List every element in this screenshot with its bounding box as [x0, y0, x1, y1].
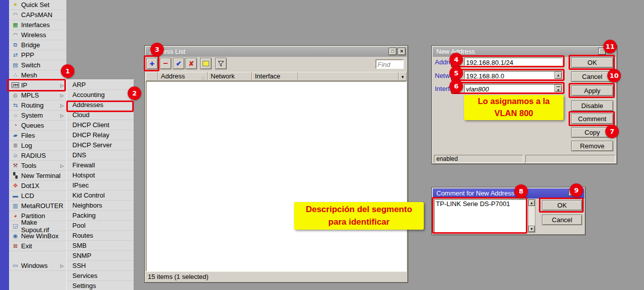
submenu-item-hotspot[interactable]: Hotspot: [67, 170, 134, 180]
submenu-arrow-icon: ▷: [60, 263, 65, 268]
submenu-item-firewall[interactable]: Firewall: [67, 160, 134, 170]
remove-button[interactable]: Remove: [571, 141, 613, 151]
winbox-icon: ◉: [12, 232, 19, 240]
sidebar-item-metarouter[interactable]: ▥MetaROUTER: [9, 201, 66, 211]
scroll-up-icon[interactable]: ▲: [528, 200, 535, 206]
submenu-item-dhcp-relay[interactable]: DHCP Relay: [67, 130, 134, 140]
submenu-item-dhcp-server[interactable]: DHCP Server: [67, 140, 134, 150]
filter-button[interactable]: [215, 58, 227, 69]
address-list-titlebar[interactable]: Address List: [146, 47, 407, 57]
submenu-item-routes[interactable]: Routes: [67, 231, 134, 241]
sidebar-item-routing[interactable]: ⇆Routing▷: [9, 101, 66, 111]
comment-button[interactable]: Comment: [571, 114, 613, 124]
sidebar-item-queues[interactable]: ◔Queues: [9, 121, 66, 131]
sidebar-item-label: LCD: [21, 192, 34, 200]
sidebar-item-bridge[interactable]: ⧉Bridge: [9, 40, 66, 50]
network-input[interactable]: [465, 72, 554, 80]
submenu-item-dns[interactable]: DNS: [67, 150, 134, 160]
comment-titlebar[interactable]: Comment for New Address: [433, 188, 584, 199]
sidebar-item-make-supout-rif[interactable]: ◲Make Supout.rif: [9, 221, 66, 231]
find-input[interactable]: [376, 60, 403, 69]
comment-tool-button[interactable]: [200, 58, 212, 69]
disable-button[interactable]: ✘: [186, 58, 197, 69]
sidebar-item-switch[interactable]: ▤Switch: [9, 60, 66, 70]
sidebar-item-label: RADIUS: [21, 152, 46, 159]
submenu-item-addresses[interactable]: Addresses: [67, 100, 134, 110]
sidebar-item-label: Mesh: [21, 71, 37, 79]
network-column-header[interactable]: Network: [208, 72, 252, 81]
remove-address-button[interactable]: −: [160, 58, 171, 69]
ppp-icon: ⇄: [12, 51, 19, 59]
mpls-icon: ◍: [12, 91, 19, 99]
sidebar-item-tools[interactable]: ⚒Tools▷: [9, 161, 66, 171]
close-icon[interactable]: ✕: [398, 48, 406, 55]
submenu-item-neighbors[interactable]: Neighbors: [67, 201, 134, 211]
sidebar-item-new-terminal[interactable]: ▚New Terminal: [9, 171, 66, 181]
address-list-status: 15 items (1 selected): [146, 271, 407, 281]
spinner-up-icon[interactable]: ▲: [555, 71, 562, 79]
address-column-header[interactable]: Address △: [158, 72, 208, 81]
submenu-item-dhcp-client[interactable]: DHCP Client: [67, 120, 134, 130]
sidebar-item-wireless[interactable]: ◠Wireless: [9, 30, 66, 40]
submenu-item-pool[interactable]: Pool: [67, 221, 134, 231]
dot1x-icon: ✥: [12, 182, 19, 189]
address-list-table[interactable]: [146, 81, 407, 271]
add-address-button[interactable]: +: [146, 58, 158, 69]
selector-column-header[interactable]: [146, 72, 158, 81]
check-icon: ✔: [176, 60, 181, 67]
submenu-item-snmp[interactable]: SNMP: [67, 251, 134, 261]
submenu-item-cloud[interactable]: Cloud: [67, 110, 134, 120]
sidebar-item-system[interactable]: ☼System▷: [9, 111, 66, 121]
dropdown-icon[interactable]: ▼: [555, 84, 562, 92]
windows-icon: ▭: [12, 262, 19, 269]
sidebar-item-ip[interactable]: 255IP▷: [9, 80, 66, 90]
address-input[interactable]: [465, 59, 562, 66]
submenu-item-ssh[interactable]: SSH: [67, 261, 134, 271]
maximize-icon[interactable]: □: [389, 48, 397, 55]
comment-scrollbar[interactable]: ▲ ▼: [528, 199, 535, 233]
submenu-item-smb[interactable]: SMB: [67, 241, 134, 251]
submenu-item-accounting[interactable]: Accounting: [67, 90, 134, 100]
submenu-item-services[interactable]: Services: [67, 271, 134, 281]
interface-select[interactable]: [465, 85, 554, 93]
apply-button[interactable]: Apply: [571, 85, 613, 96]
ok-button[interactable]: OK: [542, 200, 582, 211]
step-badge-4: 4: [449, 53, 463, 66]
sidebar-item-label: Routing: [21, 102, 44, 109]
submenu-item-ipsec[interactable]: IPsec: [67, 180, 134, 190]
sidebar-item-lcd[interactable]: ▬LCD: [9, 191, 66, 201]
ok-button[interactable]: OK: [571, 57, 613, 68]
sidebar-item-capsman[interactable]: ◠CAPsMAN: [9, 10, 66, 20]
sidebar-item-files[interactable]: ▰Files: [9, 131, 66, 141]
submenu-arrow-icon: ▷: [60, 93, 65, 98]
submenu-item-packing[interactable]: Packing: [67, 211, 134, 221]
sidebar-item-label: MetaROUTER: [21, 202, 63, 210]
sidebar-item-mpls[interactable]: ◍MPLS▷: [9, 90, 66, 101]
main-menu-sidebar: ✶Quick Set◠CAPsMAN▦Interfaces◠Wireless⧉B…: [9, 0, 66, 290]
routing-icon: ⇆: [12, 102, 19, 109]
sidebar-item-windows[interactable]: ▭Windows▷: [9, 261, 66, 271]
sidebar-item-ppp[interactable]: ⇄PPP: [9, 50, 66, 60]
segment-note-line1: Descripción del segmento: [294, 204, 424, 216]
submenu-item-kid-control[interactable]: Kid Control: [67, 190, 134, 201]
interface-column-header[interactable]: Interface: [252, 72, 298, 81]
disable-button[interactable]: Disable: [571, 101, 613, 111]
comment-textarea[interactable]: TP-LINK Serie DS-P7001: [434, 200, 526, 232]
column-menu-button[interactable]: ▼: [399, 72, 407, 81]
mesh-icon: ∴: [12, 71, 19, 79]
ip-icon: 255: [12, 82, 19, 88]
sidebar-item-new-winbox[interactable]: ◉New WinBox: [9, 231, 66, 241]
step-badge-11: 11: [603, 40, 617, 53]
submenu-item-arp[interactable]: ARP: [67, 80, 134, 90]
scroll-down-icon[interactable]: ▼: [528, 226, 535, 232]
sidebar-item-exit[interactable]: ⊠Exit: [9, 241, 66, 251]
sidebar-item-log[interactable]: ≣Log: [9, 141, 66, 151]
sidebar-item-radius[interactable]: ☺RADIUS: [9, 151, 66, 161]
enable-button[interactable]: ✔: [173, 58, 185, 69]
sidebar-item-mesh[interactable]: ∴Mesh: [9, 70, 66, 80]
submenu-item-settings[interactable]: Settings: [67, 281, 134, 290]
sidebar-item-quick-set[interactable]: ✶Quick Set: [9, 0, 66, 10]
cancel-button[interactable]: Cancel: [542, 215, 582, 225]
sidebar-item-interfaces[interactable]: ▦Interfaces: [9, 20, 66, 30]
sidebar-item-dot1x[interactable]: ✥Dot1X: [9, 181, 66, 191]
